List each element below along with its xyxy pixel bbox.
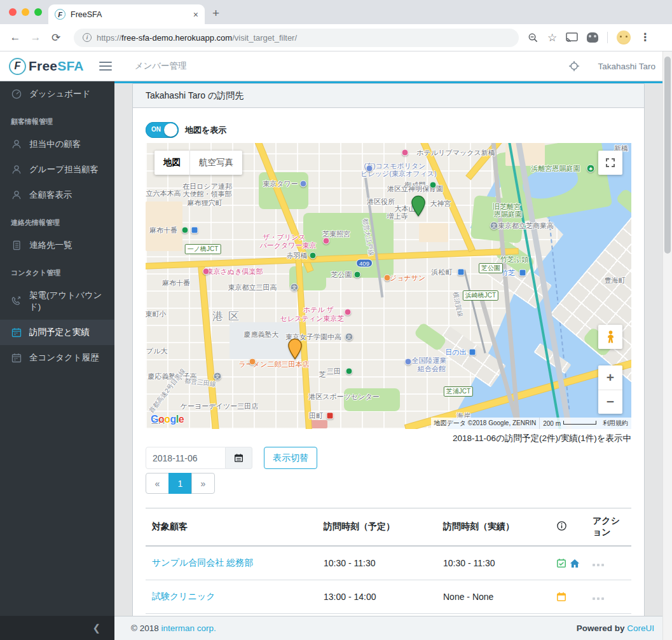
actual-time: 10:30 - 11:30 (437, 546, 550, 580)
pagination-next[interactable]: » (191, 473, 215, 494)
browser-menu-icon[interactable]: ⋮ (640, 34, 650, 41)
brand-name[interactable]: FreeSFA (29, 58, 84, 74)
map-toggle[interactable]: ON (146, 122, 179, 138)
bookmark-star-icon[interactable]: ☆ (547, 31, 557, 44)
profile-avatar[interactable] (617, 31, 631, 44)
map-type-map-button[interactable]: 地図 (154, 151, 189, 175)
visit-card: Takahashi Taro の訪問先 ON 地図を表示 (132, 83, 645, 616)
home-icon (570, 559, 580, 568)
sidebar-item-outbound-calls[interactable]: 架電(アウトバウンド) (0, 283, 114, 320)
user-name[interactable]: Takahashi Taro (598, 62, 655, 71)
sidebar-item-label: 担当中の顧客 (29, 139, 81, 150)
pagination-page-1[interactable]: 1 (168, 473, 192, 494)
nav-member-management[interactable]: メンバー管理 (135, 60, 187, 72)
map-label: 日の出 (445, 348, 466, 357)
window-scrollbar[interactable] (662, 51, 672, 640)
map-zoom-control[interactable]: + − (598, 365, 622, 414)
map-marker-yellow[interactable] (288, 338, 302, 362)
locate-icon[interactable] (568, 60, 580, 72)
person-icon (11, 189, 22, 201)
map-type-control[interactable]: 地図 航空写真 (154, 151, 242, 175)
customer-link[interactable]: 試験クリニック (146, 580, 317, 614)
map-pegman-button[interactable] (598, 325, 622, 349)
map-marker-green[interactable] (411, 195, 425, 219)
zoom-out-icon[interactable] (528, 32, 538, 43)
map-label: ホテル ザ (303, 305, 334, 315)
calendar-picker-button[interactable] (226, 447, 252, 469)
sidebar-item-dashboard[interactable]: ダッシュボード (0, 81, 114, 107)
sta-green-icon (310, 252, 317, 259)
powered-by: Powered by CoreUI (577, 623, 654, 633)
display-switch-button[interactable]: 表示切替 (264, 447, 317, 469)
date-input[interactable] (146, 447, 226, 469)
zoom-out-button[interactable]: − (598, 390, 622, 414)
map-label: 組合会館 (418, 364, 446, 374)
map-label: 竹芝 (501, 268, 515, 278)
notebook-icon (11, 240, 22, 251)
map-label: 三田 (327, 367, 341, 376)
company-link[interactable]: interman corp. (161, 623, 216, 633)
pin-blue-icon (300, 180, 307, 187)
sidebar-item-group-customers[interactable]: グループ担当顧客 (0, 157, 114, 182)
map-label: 東京都立三田高 (228, 283, 277, 292)
row-actions-button[interactable] (593, 597, 595, 600)
pin-orange-icon (384, 275, 391, 282)
window-minimize-button[interactable] (22, 8, 29, 16)
pin-orange-icon (249, 358, 256, 365)
extension-icon[interactable] (587, 32, 598, 43)
new-tab-button[interactable]: + (212, 5, 219, 22)
google-logo[interactable]: Google (151, 414, 184, 425)
map-label: 麻布十番 (162, 278, 190, 288)
pin-pink-icon (345, 309, 352, 316)
reload-icon[interactable]: ⟳ (46, 31, 66, 44)
sidebar-item-contact-history[interactable]: 全コンタクト履歴 (0, 345, 114, 371)
sidebar-section-contact-mgmt: コンタクト管理 (0, 258, 114, 283)
scrollbar-thumb[interactable] (664, 57, 671, 254)
map-label: 竹芝ふ頭 (500, 255, 528, 264)
sidebar-minimizer[interactable]: ❮ (0, 616, 114, 640)
pagination-prev[interactable]: « (146, 473, 169, 494)
sidebar-item-my-customers[interactable]: 担当中の顧客 (0, 132, 114, 157)
page-info-icon[interactable]: i (83, 33, 92, 42)
map-fullscreen-button[interactable] (598, 151, 622, 175)
map-type-satellite-button[interactable]: 航空写真 (189, 151, 242, 175)
window-zoom-button[interactable] (34, 8, 42, 16)
calendar-icon (11, 327, 22, 338)
map-label: セレスティン東京芝 (280, 314, 345, 323)
address-bar[interactable]: i https://free-sfa-demo.herokuapp.com/vi… (74, 29, 519, 47)
map-attribution: 地図データ ©2018 Google, ZENRIN 200 m 利用規約 (431, 418, 631, 429)
school-icon: 文 (291, 283, 299, 292)
sta-green-icon (182, 227, 189, 234)
coreui-link[interactable]: CoreUI (627, 623, 654, 633)
sidebar-item-contact-list[interactable]: 連絡先一覧 (0, 233, 114, 258)
sidebar-item-all-customers[interactable]: 全顧客表示 (0, 182, 114, 208)
planned-time: 10:30 - 11:30 (317, 546, 437, 580)
cast-icon[interactable] (566, 32, 578, 43)
sta-green-icon (430, 182, 437, 189)
customer-link[interactable]: サンプル合同会社 総務部 (146, 546, 317, 580)
tree-icon: ♣ (587, 165, 595, 173)
pagination: « 1 » (146, 473, 631, 494)
fullscreen-icon (605, 158, 615, 168)
row-actions-button[interactable] (593, 564, 595, 566)
school-icon: 文 (345, 333, 353, 341)
freesfa-logo-icon[interactable]: F (9, 58, 26, 75)
google-map[interactable]: ホテルリブマックス新橋新橋(有)コスモポリタンビレッジ(東京オフィス)御成門浜離… (146, 143, 631, 429)
pin-blue-icon (366, 165, 373, 172)
forward-icon[interactable]: → (25, 31, 46, 44)
sidebar-toggle-icon[interactable] (99, 62, 112, 71)
sidebar-item-visit-schedule[interactable]: 訪問予定と実績 (0, 320, 114, 345)
window-close-button[interactable] (9, 8, 17, 16)
back-icon[interactable]: ← (5, 31, 25, 44)
zoom-in-button[interactable]: + (598, 365, 622, 390)
pin-blue-icon (405, 358, 412, 365)
map-label: 芝 (319, 370, 326, 379)
toggle-on-label: ON (151, 126, 161, 133)
map-label: 恩賜庭園 (494, 210, 522, 219)
browser-tab[interactable]: F FreeSFA × (48, 4, 205, 24)
tab-close-icon[interactable]: × (193, 10, 198, 20)
map-label: 浜松町 (432, 268, 453, 277)
map-label: 赤羽橋 (287, 251, 308, 261)
map-terms-link[interactable]: 利用規約 (600, 418, 631, 429)
app-footer: © 2018 interman corp. Powered by CoreUI (114, 616, 672, 640)
